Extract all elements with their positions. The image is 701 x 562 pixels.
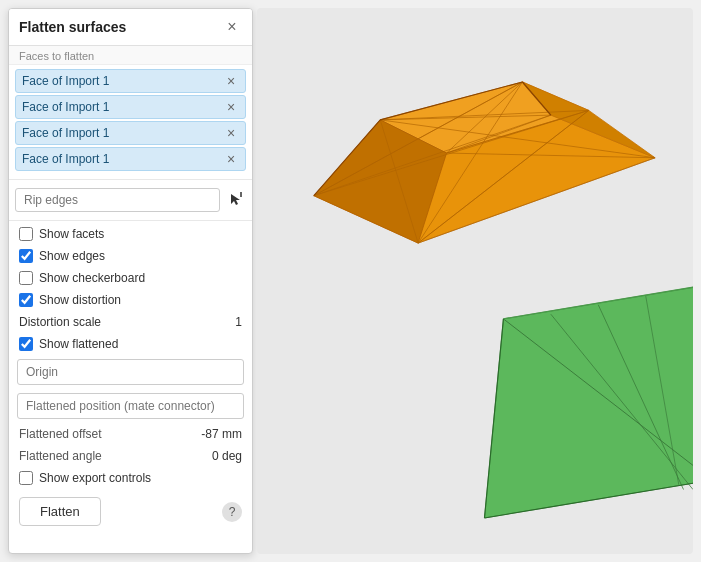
flatten-surfaces-panel: Flatten surfaces × Faces to flatten Face… (8, 8, 253, 554)
show-checkerboard-checkbox[interactable] (19, 271, 33, 285)
rip-edges-input[interactable] (15, 188, 220, 212)
flattened-angle-value: 0 deg (212, 449, 242, 463)
face-item-1-remove[interactable]: × (223, 73, 239, 89)
show-checkerboard-row: Show checkerboard (9, 267, 252, 289)
show-distortion-row: Show distortion (9, 289, 252, 311)
distortion-scale-row: Distortion scale 1 (9, 311, 252, 333)
face-item-4-remove[interactable]: × (223, 151, 239, 167)
green-flat-shape (484, 281, 693, 518)
faces-section-label: Faces to flatten (9, 46, 252, 65)
show-edges-checkbox[interactable] (19, 249, 33, 263)
flatten-button[interactable]: Flatten (19, 497, 101, 526)
divider-2 (9, 220, 252, 221)
show-flattened-label[interactable]: Show flattened (39, 337, 118, 351)
face-item-3[interactable]: Face of Import 1 × (15, 121, 246, 145)
panel-title: Flatten surfaces (19, 19, 126, 35)
show-checkerboard-label[interactable]: Show checkerboard (39, 271, 145, 285)
show-export-label[interactable]: Show export controls (39, 471, 151, 485)
flattened-angle-row: Flattened angle 0 deg (9, 445, 252, 467)
origin-input[interactable] (17, 359, 244, 385)
distortion-scale-label: Distortion scale (19, 315, 101, 329)
show-flattened-row: Show flattened (9, 333, 252, 355)
show-edges-label[interactable]: Show edges (39, 249, 105, 263)
face-item-2[interactable]: Face of Import 1 × (15, 95, 246, 119)
face-item-2-remove[interactable]: × (223, 99, 239, 115)
face-item-2-label: Face of Import 1 (22, 100, 109, 114)
face-item-4-label: Face of Import 1 (22, 152, 109, 166)
show-export-checkbox[interactable] (19, 471, 33, 485)
panel-body: Faces to flatten Face of Import 1 × Face… (9, 46, 252, 553)
rip-edges-cursor-icon[interactable] (224, 189, 246, 211)
flattened-position-input[interactable] (17, 393, 244, 419)
show-edges-row: Show edges (9, 245, 252, 267)
show-facets-checkbox[interactable] (19, 227, 33, 241)
face-item-3-label: Face of Import 1 (22, 126, 109, 140)
face-list: Face of Import 1 × Face of Import 1 × Fa… (9, 65, 252, 177)
distortion-scale-value: 1 (235, 315, 242, 329)
help-icon[interactable]: ? (222, 502, 242, 522)
panel-header: Flatten surfaces × (9, 9, 252, 46)
flattened-offset-label: Flattened offset (19, 427, 102, 441)
show-distortion-label[interactable]: Show distortion (39, 293, 121, 307)
face-item-3-remove[interactable]: × (223, 125, 239, 141)
3d-viewport[interactable] (257, 8, 693, 554)
flattened-offset-row: Flattened offset -87 mm (9, 423, 252, 445)
face-item-1-label: Face of Import 1 (22, 74, 109, 88)
close-button[interactable]: × (222, 17, 242, 37)
flattened-angle-label: Flattened angle (19, 449, 102, 463)
flattened-offset-value: -87 mm (201, 427, 242, 441)
orange-mesh-shape (314, 82, 655, 243)
rip-edges-row (9, 182, 252, 218)
show-facets-row: Show facets (9, 223, 252, 245)
face-item-1[interactable]: Face of Import 1 × (15, 69, 246, 93)
show-distortion-checkbox[interactable] (19, 293, 33, 307)
face-item-4[interactable]: Face of Import 1 × (15, 147, 246, 171)
show-flattened-checkbox[interactable] (19, 337, 33, 351)
show-facets-label[interactable]: Show facets (39, 227, 104, 241)
show-export-row: Show export controls (9, 467, 252, 489)
divider-1 (9, 179, 252, 180)
bottom-row: Flatten ? (9, 489, 252, 532)
